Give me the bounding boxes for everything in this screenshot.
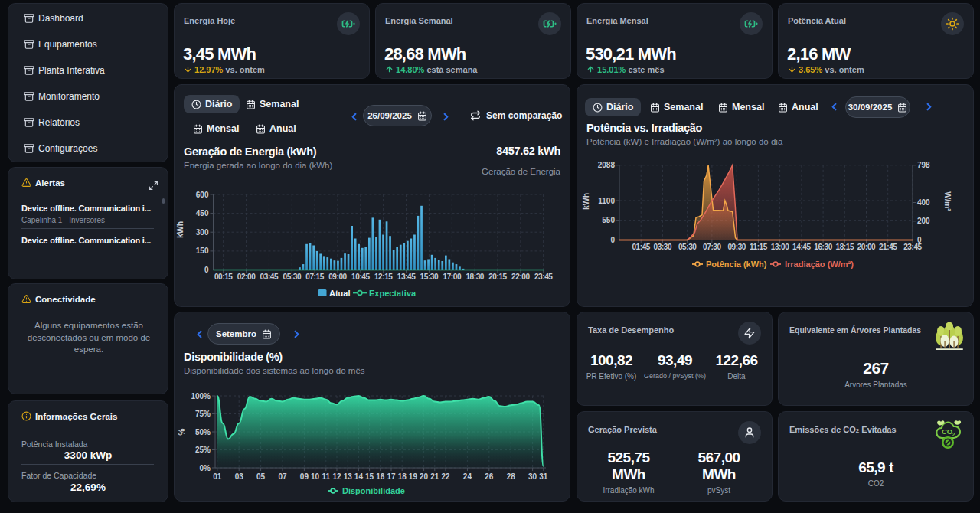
svg-text:Irradiação (W/m²): Irradiação (W/m²) — [785, 260, 854, 269]
svg-text:07:15: 07:15 — [305, 273, 324, 281]
svg-text:05:30: 05:30 — [283, 273, 302, 281]
svg-text:22:00: 22:00 — [511, 273, 530, 281]
svg-text:24: 24 — [463, 472, 472, 481]
svg-text:03:30: 03:30 — [654, 243, 672, 251]
svg-text:75%: 75% — [195, 410, 211, 418]
svg-text:0%: 0% — [200, 464, 211, 472]
svg-text:16: 16 — [376, 472, 385, 481]
svg-text:600: 600 — [196, 191, 209, 199]
svg-text:07: 07 — [278, 472, 287, 481]
svg-text:12:15: 12:15 — [374, 273, 393, 281]
svg-text:18: 18 — [398, 472, 407, 481]
svg-text:15:30: 15:30 — [420, 273, 439, 281]
svg-text:20:15: 20:15 — [488, 273, 507, 281]
svg-text:09:30: 09:30 — [727, 243, 746, 251]
svg-text:50%: 50% — [195, 428, 211, 436]
svg-text:07:30: 07:30 — [703, 243, 721, 251]
svg-text:03: 03 — [235, 472, 244, 481]
svg-text:09:00: 09:00 — [328, 273, 347, 281]
svg-text:31: 31 — [539, 472, 548, 481]
svg-text:450: 450 — [196, 209, 209, 217]
svg-text:19: 19 — [409, 472, 418, 481]
svg-text:CO: CO — [942, 427, 952, 436]
svg-text:10:45: 10:45 — [351, 273, 370, 281]
svg-text:20: 20 — [420, 472, 429, 481]
svg-text:300: 300 — [196, 228, 209, 237]
svg-text:17: 17 — [387, 472, 396, 481]
svg-text:0: 0 — [204, 266, 209, 274]
svg-text:22: 22 — [441, 472, 450, 481]
svg-text:11:15: 11:15 — [750, 243, 768, 251]
svg-text:550: 550 — [602, 216, 615, 224]
svg-text:W/m²: W/m² — [943, 191, 952, 211]
svg-text:23:45: 23:45 — [903, 243, 922, 251]
svg-text:Potência (kWh): Potência (kWh) — [706, 260, 767, 269]
svg-text:00:15: 00:15 — [214, 273, 233, 281]
svg-text:10: 10 — [311, 472, 320, 481]
svg-text:02:00: 02:00 — [237, 273, 256, 281]
svg-text:14:45: 14:45 — [792, 243, 811, 251]
svg-text:13: 13 — [344, 472, 353, 481]
svg-text:100%: 100% — [191, 392, 211, 400]
svg-text:Expectativa: Expectativa — [369, 289, 416, 298]
svg-text:%: % — [177, 428, 186, 436]
svg-text:13:00: 13:00 — [771, 243, 789, 251]
svg-text:17:00: 17:00 — [443, 273, 462, 281]
svg-text:Atual: Atual — [329, 289, 351, 298]
svg-text:11: 11 — [322, 472, 331, 481]
svg-text:kWh: kWh — [175, 221, 185, 238]
svg-text:05:30: 05:30 — [678, 243, 697, 251]
svg-text:21:45: 21:45 — [879, 243, 897, 251]
svg-text:18:15: 18:15 — [836, 243, 854, 251]
svg-text:09: 09 — [300, 472, 309, 481]
svg-text:01:45: 01:45 — [632, 243, 650, 251]
svg-text:21: 21 — [430, 472, 439, 481]
svg-text:03:45: 03:45 — [260, 273, 279, 281]
svg-text:26: 26 — [485, 472, 494, 481]
svg-text:1100: 1100 — [598, 197, 615, 205]
svg-text:15: 15 — [365, 472, 374, 481]
svg-text:16:30: 16:30 — [814, 243, 832, 251]
svg-text:14: 14 — [354, 472, 364, 481]
svg-text:13:45: 13:45 — [397, 273, 416, 281]
svg-text:150: 150 — [196, 247, 209, 255]
svg-text:20:00: 20:00 — [858, 243, 876, 251]
svg-text:Disponibilidade: Disponibilidade — [342, 486, 405, 495]
svg-text:2088: 2088 — [598, 161, 616, 169]
svg-text:0: 0 — [610, 236, 615, 244]
svg-text:12: 12 — [332, 472, 341, 481]
svg-text:01: 01 — [213, 472, 222, 481]
svg-text:28: 28 — [507, 472, 516, 481]
svg-text:kWh: kWh — [581, 193, 590, 210]
svg-text:30: 30 — [528, 472, 537, 481]
svg-text:25%: 25% — [195, 446, 211, 454]
svg-text:798: 798 — [917, 161, 930, 169]
svg-text:200: 200 — [917, 217, 930, 225]
svg-text:18:30: 18:30 — [466, 273, 484, 281]
svg-text:400: 400 — [917, 198, 930, 207]
svg-text:2: 2 — [952, 432, 956, 437]
svg-text:05: 05 — [256, 472, 266, 481]
svg-text:23:45: 23:45 — [534, 273, 553, 281]
